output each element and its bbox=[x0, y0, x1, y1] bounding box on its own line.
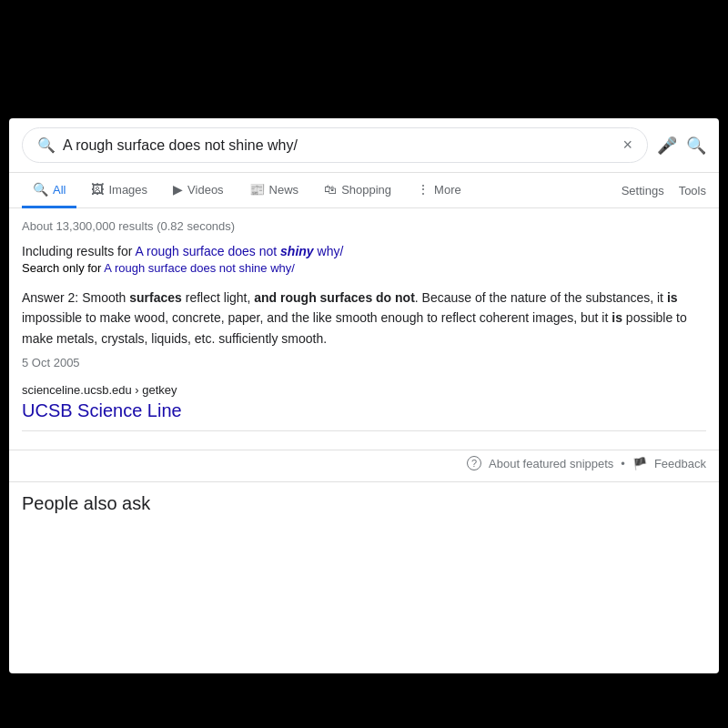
nav-settings: Settings Tools bbox=[622, 184, 706, 197]
search-only-line: Search only for A rough surface does not… bbox=[22, 261, 706, 275]
answer-text: Answer 2: Smooth surfaces reflect light,… bbox=[22, 288, 706, 349]
news-icon: 📰 bbox=[249, 182, 265, 197]
voice-icon[interactable]: 🎤 bbox=[657, 136, 677, 156]
result-title[interactable]: UCSB Science Line bbox=[22, 400, 706, 421]
search-input[interactable] bbox=[63, 137, 615, 154]
answer-date: 5 Oct 2005 bbox=[22, 356, 80, 369]
tab-news[interactable]: 📰 News bbox=[238, 173, 310, 208]
results-count: About 13,300,000 results (0.82 seconds) bbox=[22, 219, 706, 233]
help-icon[interactable]: ? bbox=[467, 456, 481, 470]
tab-news-label: News bbox=[269, 183, 299, 197]
tab-more-label: More bbox=[434, 183, 461, 197]
tab-videos[interactable]: ▶ Videos bbox=[162, 173, 235, 208]
including-results: Including results for A rough surface do… bbox=[22, 244, 706, 275]
including-line1: Including results for A rough surface do… bbox=[22, 244, 706, 258]
nav-tabs: 🔍 All 🖼 Images ▶ Videos 📰 News 🛍 Shoppin… bbox=[9, 173, 719, 208]
including-prefix: Including results for bbox=[22, 244, 136, 258]
all-icon: 🔍 bbox=[33, 182, 48, 197]
people-also-ask-title: People also ask bbox=[22, 493, 706, 514]
images-icon: 🖼 bbox=[91, 182, 104, 197]
about-featured-snippets-link[interactable]: About featured snippets bbox=[489, 457, 613, 470]
tab-all[interactable]: 🔍 All bbox=[22, 173, 76, 208]
search-bar: 🔍 × 🎤 🔍 bbox=[9, 118, 719, 173]
source-url: scienceline.ucsb.edu › getkey bbox=[22, 383, 177, 397]
search-only-link[interactable]: A rough surface does not shine why/ bbox=[104, 261, 295, 275]
tab-shopping[interactable]: 🛍 Shopping bbox=[313, 173, 402, 208]
search-icon-left: 🔍 bbox=[37, 136, 56, 154]
search-submit-icon[interactable]: 🔍 bbox=[686, 136, 706, 156]
including-link[interactable]: A rough surface does not shiny why/ bbox=[136, 244, 344, 258]
answer-snippet: Answer 2: Smooth surfaces reflect light,… bbox=[22, 288, 706, 370]
tab-videos-label: Videos bbox=[187, 183, 224, 197]
featured-dot: • bbox=[621, 457, 625, 470]
search-only-prefix: Search only for bbox=[22, 261, 104, 275]
tab-images-label: Images bbox=[108, 183, 147, 197]
source-line: scienceline.ucsb.edu › getkey bbox=[22, 383, 706, 397]
tab-all-label: All bbox=[53, 183, 66, 197]
videos-icon: ▶ bbox=[173, 182, 183, 197]
tab-shopping-label: Shopping bbox=[341, 183, 391, 197]
settings-link[interactable]: Settings bbox=[622, 184, 664, 197]
shopping-icon: 🛍 bbox=[324, 182, 337, 197]
more-icon: ⋮ bbox=[417, 182, 430, 197]
clear-icon[interactable]: × bbox=[622, 136, 632, 155]
results-area: About 13,300,000 results (0.82 seconds) … bbox=[9, 208, 719, 450]
divider bbox=[22, 430, 706, 431]
featured-bar: ? About featured snippets • 🏴 Feedback bbox=[9, 450, 719, 476]
tools-link[interactable]: Tools bbox=[679, 184, 706, 197]
feedback-link[interactable]: Feedback bbox=[654, 457, 706, 470]
tab-more[interactable]: ⋮ More bbox=[406, 173, 472, 208]
search-input-area[interactable]: 🔍 × bbox=[22, 127, 648, 163]
people-also-ask-section: People also ask bbox=[9, 481, 719, 514]
feedback-flag-icon: 🏴 bbox=[632, 457, 647, 470]
tab-images[interactable]: 🖼 Images bbox=[80, 173, 158, 208]
